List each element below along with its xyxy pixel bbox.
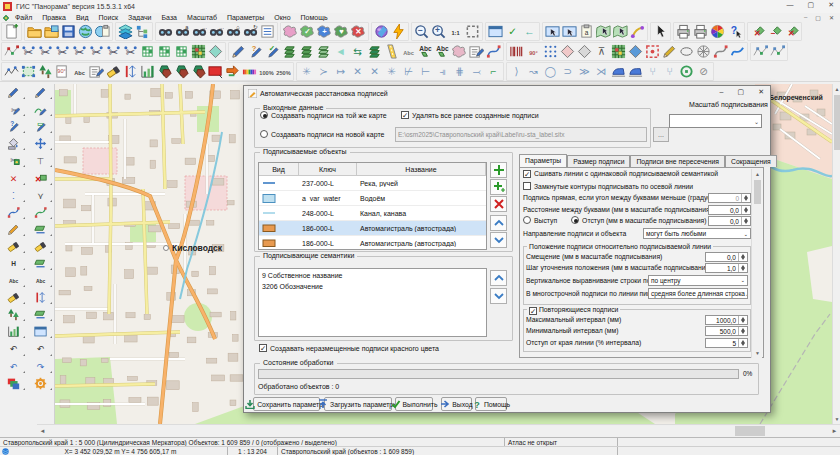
object-row-3[interactable]: 186-000-LАвтомагистраль (автострада) xyxy=(259,221,486,236)
node-arr2-icon[interactable]: ⤙ xyxy=(468,63,485,80)
scroll-left-icon[interactable]: ◄ xyxy=(37,425,48,437)
выполнить-button[interactable]: Выполнить xyxy=(395,397,433,411)
params-scroll-up-icon[interactable]: ▲ xyxy=(752,169,763,179)
spin-value[interactable]: 1,0 xyxy=(706,264,738,272)
menu-вид[interactable]: Вид xyxy=(71,14,94,21)
remove-object-button[interactable] xyxy=(490,196,507,212)
tab-сокращения[interactable]: Сокращения xyxy=(725,155,777,167)
flash-a-icon[interactable] xyxy=(0,238,27,255)
spline-icon[interactable] xyxy=(485,43,502,60)
new-map-icon[interactable] xyxy=(3,23,20,40)
scale-1-1-icon[interactable]: 1:1 xyxy=(447,23,464,40)
column-header-1[interactable]: Ключ xyxy=(299,163,357,175)
select-clear-icon[interactable]: ✕ xyxy=(350,23,367,40)
curve-handle-icon[interactable] xyxy=(712,43,729,60)
node-x3-icon[interactable]: ✕ xyxy=(366,63,383,80)
find-gray-icon[interactable]: ... xyxy=(208,23,225,40)
spin-value[interactable]: 0 xyxy=(709,194,741,202)
page-90-icon[interactable]: 90° xyxy=(54,63,71,80)
move-up-button[interactable] xyxy=(490,215,507,231)
output-path-field[interactable]: E:\osm2025\Ставропольский край\Label\ru-… xyxy=(395,127,647,142)
menu-правка[interactable]: Правка xyxy=(37,14,71,21)
objects-table[interactable]: ВидКлючНазвание237-000-LРека, ручейa_var… xyxy=(258,162,487,250)
grid-cols-icon[interactable] xyxy=(610,43,627,60)
draw-object-icon[interactable] xyxy=(0,84,27,101)
fill-icon[interactable] xyxy=(0,135,27,152)
open-recent-icon[interactable] xyxy=(43,23,60,40)
object-list-icon[interactable] xyxy=(259,23,276,40)
measure-icon[interactable] xyxy=(122,63,139,80)
params-scroll-thumb[interactable] xyxy=(754,180,761,204)
tree-green-icon[interactable] xyxy=(37,63,54,80)
draw-object2-icon[interactable] xyxy=(27,84,54,101)
node-x1-icon[interactable]: ✳ xyxy=(298,63,315,80)
object-row-4[interactable]: 186-000-LАвтомагистраль (автострада) xyxy=(259,236,486,250)
column-header-0[interactable]: Вид xyxy=(259,163,299,175)
curve-node-icon[interactable] xyxy=(0,204,27,221)
node-open-icon[interactable]: ⟩ xyxy=(508,63,525,80)
move-icon[interactable] xyxy=(27,135,54,152)
frame-red-icon[interactable] xyxy=(644,43,661,60)
spin-value[interactable]: 0,0 xyxy=(706,253,738,261)
open-geoportal-icon[interactable] xyxy=(77,23,94,40)
spin-value[interactable]: 0,0 xyxy=(709,206,741,214)
radio-same-map-circle[interactable] xyxy=(260,111,268,119)
route-icon[interactable] xyxy=(629,23,646,40)
dropdown[interactable]: средняя более длинная строка⌄ xyxy=(648,288,748,299)
select-map-icon[interactable] xyxy=(595,23,612,40)
align-dots-icon[interactable]: ⁚ xyxy=(0,187,27,204)
select-list-icon[interactable] xyxy=(561,23,578,40)
map-structure-icon[interactable] xyxy=(134,23,151,40)
object-row-1[interactable]: a_var_waterВодоём xyxy=(259,191,486,206)
sem1-icon[interactable] xyxy=(156,63,173,80)
object-row-2[interactable]: 248-000-LКанал, канава xyxy=(259,206,486,221)
pct-250-icon[interactable]: 250% xyxy=(275,63,292,80)
select-area-icon[interactable] xyxy=(282,23,299,40)
column-header-2[interactable]: Название xyxy=(357,163,486,175)
frame-nodes-icon[interactable] xyxy=(20,63,37,80)
cut-spool-icon[interactable]: ✂ xyxy=(0,152,27,169)
cut-line3-icon[interactable]: ✂ xyxy=(54,43,71,60)
map-horizontal-scrollbar[interactable]: ◄ ► xyxy=(37,424,840,436)
spin-buttons[interactable] xyxy=(741,194,750,202)
layers-color-icon[interactable] xyxy=(0,375,27,392)
semantics-list[interactable]: 9 Собственное название3206 Обозначение xyxy=(258,268,487,337)
edit-part-icon[interactable]: ✂ xyxy=(105,43,122,60)
barcode-icon[interactable] xyxy=(508,43,525,60)
sem-move-down-button[interactable] xyxy=(490,288,507,304)
menu-параметры[interactable]: Параметры xyxy=(222,14,269,21)
abc-green-icon[interactable]: Abc xyxy=(417,43,434,60)
fit-frame-icon[interactable] xyxy=(464,23,481,40)
road-icon[interactable] xyxy=(383,43,400,60)
help-pointer-icon[interactable]: ? xyxy=(726,23,743,40)
measure-2-icon[interactable] xyxy=(27,289,54,306)
pointer-icon[interactable] xyxy=(652,23,669,40)
settings-gear-icon[interactable] xyxy=(27,375,54,392)
flash-icon[interactable] xyxy=(0,289,27,306)
node-corner-icon[interactable]: ⌐ xyxy=(485,63,502,80)
chart-up-icon[interactable] xyxy=(139,63,156,80)
param-radio[interactable] xyxy=(523,216,531,224)
accept-frame-icon[interactable]: ✓ xyxy=(504,23,521,40)
group-checkbox[interactable]: ✓ xyxy=(529,307,537,315)
circ-green-icon[interactable] xyxy=(678,63,695,80)
iron1-icon[interactable] xyxy=(610,63,627,80)
print-page-icon[interactable] xyxy=(692,23,709,40)
knife-icon[interactable] xyxy=(661,43,678,60)
menu-файл[interactable]: Файл xyxy=(10,14,37,21)
mdi-minimize-icon[interactable]: – xyxy=(804,14,807,21)
undo-black2-icon[interactable]: ↶ xyxy=(27,340,54,357)
semantic-item-1[interactable]: 3206 Обозначение xyxy=(262,281,483,292)
merge-arrows-icon[interactable]: ⇆ xyxy=(349,43,366,60)
map-vertical-scrollbar[interactable]: ▲ ▼ xyxy=(832,84,840,424)
помощь-button[interactable]: ?Помощь xyxy=(475,397,507,411)
grid-big-icon[interactable] xyxy=(190,43,207,60)
find-name-icon[interactable]: a xyxy=(174,23,191,40)
dropdown[interactable]: могут быть любыми⌄ xyxy=(643,228,751,239)
diamond-gray-icon[interactable] xyxy=(576,43,593,60)
maximize-icon[interactable]: ▢ xyxy=(808,1,815,9)
undo-black-icon[interactable]: ↶ xyxy=(0,340,27,357)
edit-nodes-icon[interactable] xyxy=(3,43,20,60)
menu-окно[interactable]: Окно xyxy=(269,14,295,21)
node-gt-icon[interactable]: ≻ xyxy=(315,63,332,80)
